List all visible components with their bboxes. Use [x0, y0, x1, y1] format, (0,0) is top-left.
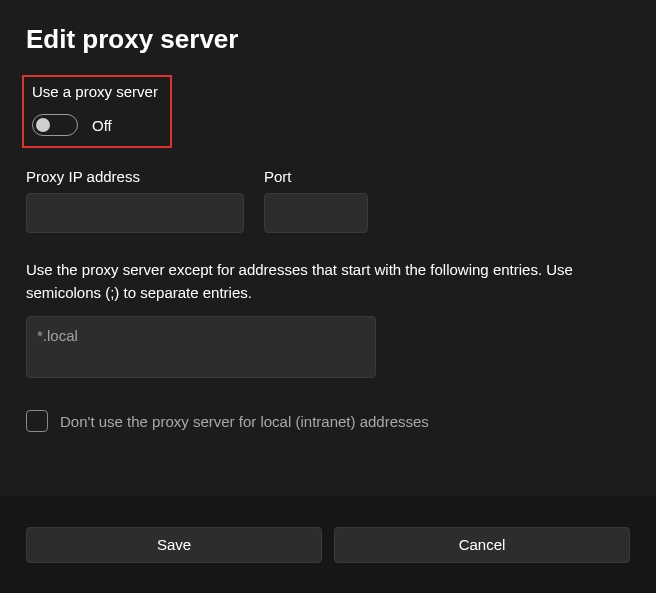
local-bypass-checkbox[interactable]	[26, 410, 48, 432]
ip-field-group: Proxy IP address	[26, 168, 244, 233]
toggle-highlight-annotation: Use a proxy server Off	[22, 75, 172, 148]
local-bypass-row: Don't use the proxy server for local (in…	[26, 410, 630, 432]
toggle-row: Off	[32, 114, 162, 136]
exceptions-helper-text: Use the proxy server except for addresse…	[26, 259, 630, 304]
address-port-row: Proxy IP address Port	[26, 168, 630, 233]
port-label: Port	[264, 168, 368, 185]
proxy-dialog: Edit proxy server Use a proxy server Off…	[0, 0, 656, 496]
port-field-group: Port	[264, 168, 368, 233]
toggle-label: Use a proxy server	[32, 83, 162, 100]
exceptions-input[interactable]	[26, 316, 376, 378]
save-button[interactable]: Save	[26, 527, 322, 563]
proxy-toggle[interactable]	[32, 114, 78, 136]
toggle-knob	[36, 118, 50, 132]
ip-label: Proxy IP address	[26, 168, 244, 185]
cancel-button[interactable]: Cancel	[334, 527, 630, 563]
dialog-title: Edit proxy server	[26, 24, 630, 55]
local-bypass-label: Don't use the proxy server for local (in…	[60, 413, 429, 430]
toggle-state-text: Off	[92, 117, 112, 134]
proxy-ip-input[interactable]	[26, 193, 244, 233]
dialog-footer: Save Cancel	[0, 496, 656, 593]
proxy-port-input[interactable]	[264, 193, 368, 233]
